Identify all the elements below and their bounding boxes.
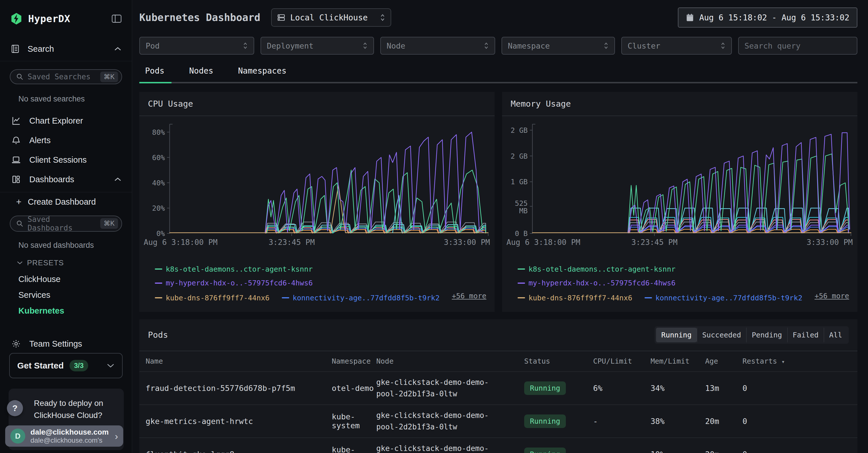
pod-filter-select[interactable]: Pod — [139, 37, 254, 55]
main-content: Kubernetes Dashboard Local ClickHouse Au… — [132, 0, 868, 453]
sidebar-section-search[interactable]: Search — [0, 44, 132, 54]
col-node[interactable]: Node — [376, 357, 524, 365]
status-filter-all[interactable]: All — [824, 328, 847, 342]
create-dashboard-label: Create Dashboard — [28, 197, 96, 207]
select-updown-icon — [720, 42, 725, 50]
chevron-up-icon[interactable] — [114, 47, 122, 51]
col-restarts[interactable]: Restarts ▾ — [742, 357, 857, 365]
tab-pods[interactable]: Pods — [145, 66, 164, 76]
legend-more-link[interactable]: +56 more — [814, 292, 849, 300]
svg-text:1 GB: 1 GB — [511, 178, 528, 186]
sidebar-collapse-icon[interactable] — [111, 14, 122, 24]
preset-clickhouse[interactable]: ClickHouse — [19, 271, 132, 287]
sidebar-item-dashboards[interactable]: Dashboards — [0, 170, 132, 189]
legend-item[interactable]: my-hyperdx-hdx-o..-57975fcd6-4hws6 — [155, 277, 313, 289]
create-dashboard-button[interactable]: + Create Dashboard — [0, 192, 132, 211]
cluster-filter-select[interactable]: Cluster — [621, 37, 732, 55]
legend-item[interactable]: my-hyperdx-hdx-o..-57975fcd6-4hws6 — [518, 277, 676, 289]
saved-dashboards-placeholder: Saved Dashboards — [28, 215, 96, 232]
memory-chart-body: 2 GB2 GB1 GB525MB0 BAug 6 3:18:00 PM3:23… — [502, 116, 857, 261]
pods-panel: Pods Running Succeeded Pending Failed Al… — [139, 319, 857, 453]
status-filter-succeeded[interactable]: Succeeded — [697, 328, 746, 342]
status-filter-failed[interactable]: Failed — [787, 328, 824, 342]
search-icon — [16, 73, 24, 81]
memory-usage-chart[interactable]: 2 GB2 GB1 GB525MB0 BAug 6 3:18:00 PM3:23… — [504, 121, 854, 261]
search-query-input[interactable]: Search query — [738, 37, 857, 55]
preset-kubernetes[interactable]: Kubernetes — [19, 303, 132, 319]
avatar: D — [10, 429, 25, 444]
status-filter-running[interactable]: Running — [656, 328, 696, 342]
active-tab-indicator — [139, 82, 172, 83]
cloud-card-line1: Ready to deploy on — [34, 397, 120, 409]
cell-namespace: otel-demo — [332, 384, 376, 393]
col-cpu-limit[interactable]: CPU/Limit — [593, 357, 651, 365]
legend-item[interactable]: kube-dns-876ff9ff7-44nx6 — [155, 291, 270, 304]
cell-name[interactable]: fraud-detection-55776d678b-p7f5m — [146, 384, 332, 393]
sidebar-item-alerts[interactable]: Alerts — [0, 131, 132, 150]
no-saved-dashboards-text: No saved dashboards — [19, 241, 132, 250]
saved-searches-placeholder: Saved Searches — [28, 73, 96, 81]
cpu-usage-chart[interactable]: 80%60%40%20%0%Aug 6 3:18:00 PM3:23:45 PM… — [142, 121, 491, 261]
preset-services[interactable]: Services — [19, 287, 132, 303]
search-section-icon — [10, 44, 20, 54]
cell-mem: 34% — [651, 384, 705, 393]
pods-panel-title: Pods — [148, 330, 168, 340]
chevron-right-icon: › — [115, 431, 118, 442]
cell-status: Running — [524, 415, 593, 428]
node-filter-select[interactable]: Node — [380, 37, 495, 55]
date-range-value: Aug 6 15:18:02 - Aug 6 15:33:02 — [699, 13, 849, 22]
legend-item[interactable]: konnectivity-age..77dfdd8f5b-t9rk2 — [282, 291, 440, 304]
date-range-picker[interactable]: Aug 6 15:18:02 - Aug 6 15:33:02 — [678, 7, 857, 28]
saved-searches-input[interactable]: Saved Searches ⌘K — [10, 69, 122, 84]
status-filter-pending[interactable]: Pending — [746, 328, 787, 342]
brand-name: HyperDX — [28, 13, 70, 24]
sidebar-item-chart-explorer[interactable]: Chart Explorer — [0, 111, 132, 131]
chevron-down-icon — [17, 261, 23, 265]
legend-item[interactable]: k8s-otel-daemons..ctor-agent-ksnnr — [518, 263, 676, 276]
get-started-button[interactable]: Get Started 3/3 — [9, 353, 123, 378]
legend-more-link[interactable]: +56 more — [452, 292, 486, 300]
legend-swatch — [645, 297, 652, 299]
user-menu[interactable]: D dale@clickhouse.com dale@clickhouse.co… — [5, 425, 123, 447]
memory-usage-title: Memory Usage — [502, 92, 857, 116]
legend-swatch — [518, 268, 525, 270]
col-mem-limit[interactable]: Mem/Limit — [651, 357, 705, 365]
chevron-up-icon[interactable] — [114, 177, 122, 182]
status-badge: Running — [524, 448, 566, 453]
user-text: dale@clickhouse.com dale@clickhouse.com'… — [30, 428, 108, 444]
svg-text:20%: 20% — [152, 204, 165, 213]
col-namespace[interactable]: Namespace — [332, 357, 376, 365]
search-section-label: Search — [28, 44, 54, 54]
namespace-filter-select[interactable]: Namespace — [501, 37, 615, 55]
status-badge: Running — [524, 381, 566, 395]
select-updown-icon — [243, 42, 248, 50]
cell-name[interactable]: gke-metrics-agent-hrwtc — [146, 417, 332, 426]
svg-text:3:23:45 PM: 3:23:45 PM — [631, 238, 678, 247]
table-row[interactable]: fraud-detection-55776d678b-p7f5m otel-de… — [139, 371, 857, 404]
legend-item[interactable]: kube-dns-876ff9ff7-44nx6 — [518, 291, 632, 304]
col-name[interactable]: Name — [146, 357, 332, 365]
presets-toggle[interactable]: PRESETS — [17, 258, 132, 267]
cell-restarts: 0 — [742, 384, 857, 393]
get-started-progress-badge: 3/3 — [69, 360, 88, 371]
table-row[interactable]: fluentbit-gke-lggq8 kube-system gke-clic… — [139, 437, 857, 453]
sidebar: HyperDX Search Saved Searches ⌘K No save… — [0, 0, 132, 453]
cell-status: Running — [524, 448, 593, 453]
tab-namespaces[interactable]: Namespaces — [238, 66, 287, 76]
saved-dashboards-input[interactable]: Saved Dashboards ⌘K — [10, 216, 122, 232]
plus-icon: + — [16, 197, 22, 207]
table-row[interactable]: gke-metrics-agent-hrwtc kube-system gke-… — [139, 404, 857, 437]
help-button[interactable]: ? — [7, 400, 23, 416]
col-age[interactable]: Age — [705, 357, 742, 365]
user-email: dale@clickhouse.com — [30, 428, 108, 436]
legend-item[interactable]: k8s-otel-daemons..ctor-agent-ksnnr — [155, 263, 313, 276]
sidebar-item-client-sessions[interactable]: Client Sessions — [0, 150, 132, 170]
datasource-select[interactable]: Local ClickHouse — [271, 8, 391, 27]
tab-nodes[interactable]: Nodes — [189, 66, 213, 76]
deployment-filter-select[interactable]: Deployment — [260, 37, 374, 55]
sidebar-item-team-settings[interactable]: Team Settings — [0, 335, 132, 353]
legend-item[interactable]: konnectivity-age..77dfdd8f5b-t9rk2 — [645, 291, 803, 304]
sidebar-nav: Chart Explorer Alerts Client Sessions Da… — [0, 111, 132, 189]
col-status[interactable]: Status — [524, 357, 593, 365]
cell-name[interactable]: fluentbit-gke-lggq8 — [146, 450, 332, 453]
